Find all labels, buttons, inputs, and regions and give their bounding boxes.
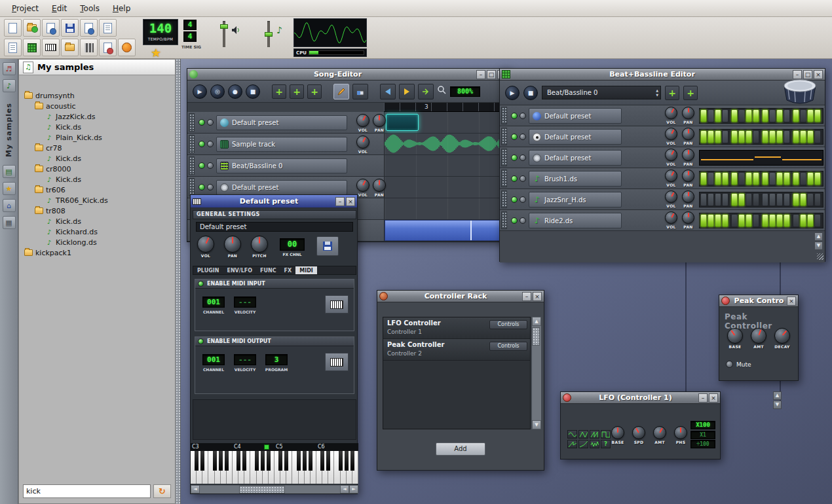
vol-knob[interactable]: VOL [665,170,677,187]
refresh-search-button[interactable]: ↻ [153,484,171,498]
step-cell[interactable] [784,214,790,227]
toggle-follow-button[interactable] [418,84,434,99]
track-name-button[interactable]: Default preset [216,180,347,195]
timesig-numerator[interactable]: 4 [183,20,197,30]
bb-editor-titlebar[interactable]: Beat+Bassline Editor – □ × [500,69,825,81]
bb-editor-window[interactable]: Beat+Bassline Editor – □ × ▶ ■ Beat/Bass… [499,68,825,262]
step-cell[interactable] [807,193,814,206]
step-cell[interactable] [800,130,806,143]
vol-knob-dial[interactable] [665,128,677,140]
step-cell[interactable] [776,214,783,227]
step-cell[interactable] [800,172,806,185]
decay-knob[interactable]: DECAY [774,328,790,349]
pan-knob[interactable]: PAN [682,190,694,208]
base-knob-dial[interactable] [611,426,624,439]
scroll-down-button[interactable]: ▼ [773,401,782,409]
tempo-display[interactable]: 140 TEMPO/BPM [143,19,178,45]
master-pitch-slider[interactable] [265,21,273,47]
midi-channel-lcd[interactable]: 001 [202,354,225,365]
black-key[interactable] [219,451,223,471]
track-name-button[interactable]: ♪Ride2.ds [529,213,622,228]
black-key[interactable] [339,451,343,471]
enable-midi-input-led[interactable] [198,281,204,287]
step-cell[interactable] [708,214,714,227]
black-key[interactable] [195,451,199,471]
close-button[interactable]: × [346,197,355,206]
tree-item[interactable]: ♪Plain_Kick.ds [22,132,175,143]
step-cell[interactable] [807,130,814,143]
step-cell[interactable] [746,172,752,185]
step-cell[interactable] [762,109,768,122]
pan-knob[interactable]: PAN [224,236,241,258]
rewind-button[interactable] [380,84,396,99]
track-grip[interactable] [189,135,195,153]
vol-knob[interactable]: VOL [197,236,214,258]
minimize-button[interactable]: – [522,292,531,301]
step-cell[interactable] [753,109,759,122]
pattern-segment[interactable] [386,114,419,131]
phs-knob[interactable]: PHS [674,426,687,444]
add-steps-button[interactable]: + [683,86,698,100]
pan-knob[interactable]: PAN [682,211,694,229]
track-grip[interactable] [501,170,507,187]
black-key[interactable] [255,451,259,471]
tree-item[interactable]: tr606 [22,185,175,195]
track-name-button[interactable]: Default preset [216,115,347,130]
step-cell[interactable] [708,130,714,143]
step-cell[interactable] [793,130,799,143]
song-editor-titlebar[interactable]: Song-Editor – □ × [187,69,508,81]
open-project-button[interactable] [23,19,41,37]
track-solo-led[interactable] [520,196,526,203]
scroll-right-button[interactable]: ► [349,485,358,494]
vol-knob-dial[interactable] [665,149,677,161]
scroll-up-button[interactable]: ▲ [773,391,782,400]
step-cell[interactable] [731,109,738,122]
tree-item[interactable]: kickpack1 [22,247,175,258]
step-cell[interactable] [746,193,752,206]
black-key[interactable] [267,451,271,471]
sample-waveform[interactable] [385,134,508,154]
scroll-left-button[interactable]: ◄ [340,485,349,494]
stop-button[interactable]: ■ [523,86,538,100]
step-cell[interactable] [722,214,728,227]
track-mute-led[interactable] [511,113,518,119]
tree-item[interactable]: cr8000 [22,164,175,174]
minimize-button[interactable]: – [476,70,485,79]
vol-knob[interactable]: VOL [665,128,677,145]
black-key[interactable] [242,451,246,471]
vol-knob-dial[interactable] [356,135,369,149]
pan-knob-dial[interactable] [682,149,694,161]
track-grip[interactable] [501,128,507,145]
amt-knob-dial[interactable] [751,328,766,344]
tree-item[interactable]: drumsynth [22,90,175,101]
track-timeline[interactable] [384,134,509,154]
whats-this-button[interactable] [118,39,136,56]
forward-button[interactable] [399,84,415,99]
add-automation-track-button[interactable]: + [307,84,322,99]
step-cell[interactable] [700,109,707,122]
controller-rack-titlebar[interactable]: Controller Rack – × [377,291,544,302]
pan-knob-dial[interactable] [373,114,386,127]
step-cell[interactable] [708,109,714,122]
step-cell[interactable] [814,109,821,122]
play-button[interactable]: ▶ [505,86,520,100]
menu-project[interactable]: Project [5,2,45,15]
maximize-button[interactable]: □ [487,70,496,79]
step-cell[interactable] [700,172,707,185]
track-solo-led[interactable] [207,119,214,126]
close-button[interactable]: × [787,297,796,306]
step-cell[interactable] [776,130,783,143]
midi-velocity-field[interactable]: ---VELOCITY [231,297,259,314]
step-cell[interactable] [807,109,814,122]
vol-knob-dial[interactable] [356,114,369,127]
track-solo-led[interactable] [520,154,526,161]
step-cell[interactable] [715,109,721,122]
step-cell[interactable] [731,214,738,227]
spinner-arrows-icon[interactable]: ▲▼ [656,88,658,98]
track-mute-led[interactable] [199,184,205,190]
step-cell[interactable] [800,214,806,227]
pan-knob[interactable]: PAN [682,128,694,145]
tree-item[interactable]: ♪TR606_Kick.ds [22,195,175,206]
amt-knob[interactable]: AMT [653,426,666,444]
step-cell[interactable] [793,109,799,122]
